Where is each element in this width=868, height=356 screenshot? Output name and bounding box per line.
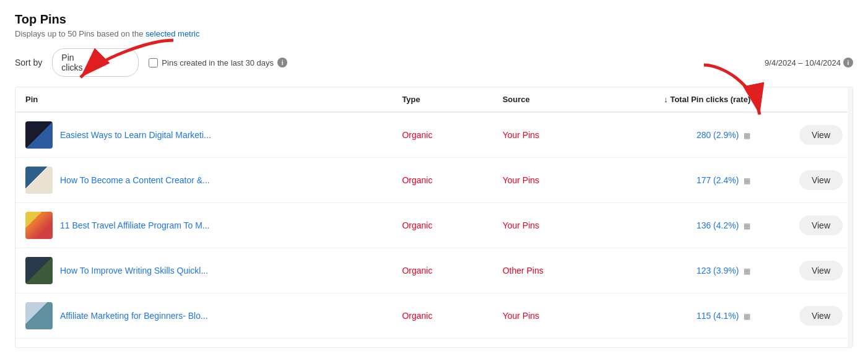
sort-label: Sort by [15,58,42,67]
scrollbar-track[interactable] [848,87,853,347]
table-scroll[interactable]: Pin Type Source ↓ Total Pin clicks (rate… [15,87,853,347]
source-cell-0: Your Pins [493,112,593,158]
sort-dropdown[interactable]: Pin clicks ▾ [52,48,139,77]
type-cell-1: Organic [392,158,492,203]
clicks-cell-2: 136 (4.2%) ▦ [593,203,760,248]
pin-thumbnail-0 [25,121,53,149]
action-cell-3: View [760,248,853,293]
page-title: Top Pins [15,12,853,27]
table-row: How To Improve Writing Skills Quickl... … [15,248,853,293]
source-cell-5: Your Pins [493,339,593,348]
pins-table-wrapper: Pin Type Source ↓ Total Pin clicks (rate… [15,87,853,348]
pin-cell-4: Affiliate Marketing for Beginners- Blo..… [15,293,392,339]
metric-link[interactable]: selected metric [145,29,199,38]
pin-thumbnail-2 [25,212,53,239]
pin-thumbnail-3 [25,257,53,284]
pin-title-0[interactable]: Easiest Ways to Learn Digital Marketi... [60,130,211,140]
chart-icon-0: ▦ [744,131,750,140]
pin-title-3[interactable]: How To Improve Writing Skills Quickl... [60,266,208,276]
view-button-0[interactable]: View [799,125,843,145]
pin-cell-0: Easiest Ways to Learn Digital Marketi... [15,112,392,158]
type-cell-0: Organic [392,112,492,158]
view-button-1[interactable]: View [799,170,843,190]
pin-cell-1: How To Become a Content Creator &... [15,158,392,203]
chevron-down-icon: ▾ [98,58,129,67]
chart-icon-1: ▦ [744,176,750,185]
source-cell-3: Other Pins [493,248,593,293]
table-row: How To Become a Content Creator &... Org… [15,158,853,203]
col-header-action [760,87,853,112]
view-button-3[interactable]: View [799,261,843,280]
table-row: 11 Best Travel Affiliate Program To M...… [15,203,853,248]
date-range-text: 9/4/2024 – 10/4/2024 [765,58,841,67]
col-header-pin: Pin [15,87,392,112]
main-container: Top Pins Displays up to 50 Pins based on… [0,0,868,356]
pin-title-1[interactable]: How To Become a Content Creator &... [60,175,210,185]
pin-title-2[interactable]: 11 Best Travel Affiliate Program To M... [60,220,209,230]
col-header-clicks[interactable]: ↓ Total Pin clicks (rate) [593,87,760,112]
pin-thumbnail-1 [25,167,53,194]
type-cell-4: Organic [392,293,492,339]
col-header-source: Source [493,87,593,112]
clicks-cell-1: 177 (2.4%) ▦ [593,158,760,203]
action-cell-5: View [760,339,853,348]
pin-thumbnail-4 [25,302,53,329]
action-cell-1: View [760,158,853,203]
source-cell-4: Your Pins [493,293,593,339]
table-row: Easiest Ways to Learn Digital Marketi...… [15,112,853,158]
chart-icon-3: ▦ [744,267,750,276]
info-icon[interactable]: i [277,58,287,67]
pin-title-4[interactable]: Affiliate Marketing for Beginners- Blo..… [60,311,208,321]
date-info-icon[interactable]: i [843,58,853,67]
action-cell-0: View [760,112,853,158]
clicks-cell-4: 115 (4.1%) ▦ [593,293,760,339]
pin-cell-2: 11 Best Travel Affiliate Program To M... [15,203,392,248]
sort-value: Pin clicks [61,53,93,72]
clicks-cell-5: 92 (3.0%) ▦ [593,339,760,348]
toolbar: Sort by Pin clicks ▾ Pins created in the… [15,48,853,77]
table-row: Famous Digital Marketing Quotes Th... Or… [15,339,853,348]
source-cell-2: Your Pins [493,203,593,248]
action-cell-2: View [760,203,853,248]
pin-cell-5: Famous Digital Marketing Quotes Th... [15,339,392,348]
table-row: Affiliate Marketing for Beginners- Blo..… [15,293,853,339]
chart-icon-2: ▦ [744,222,750,230]
pins-table: Pin Type Source ↓ Total Pin clicks (rate… [15,87,853,347]
last-30-days-checkbox[interactable] [149,58,158,67]
source-cell-1: Your Pins [493,158,593,203]
view-button-2[interactable]: View [799,215,843,235]
type-cell-3: Organic [392,248,492,293]
pin-cell-3: How To Improve Writing Skills Quickl... [15,248,392,293]
action-cell-4: View [760,293,853,339]
checkbox-area: Pins created in the last 30 days i [149,58,287,67]
chart-icon-4: ▦ [744,312,750,321]
view-button-4[interactable]: View [799,306,843,326]
clicks-cell-0: 280 (2.9%) ▦ [593,112,760,158]
subtitle: Displays up to 50 Pins based on the sele… [15,29,853,38]
type-cell-2: Organic [392,203,492,248]
date-range: 9/4/2024 – 10/4/2024 i [765,58,853,67]
table-header-row: Pin Type Source ↓ Total Pin clicks (rate… [15,87,853,112]
type-cell-5: Organic [392,339,492,348]
checkbox-label: Pins created in the last 30 days [162,58,274,67]
clicks-cell-3: 123 (3.9%) ▦ [593,248,760,293]
col-header-type: Type [392,87,492,112]
